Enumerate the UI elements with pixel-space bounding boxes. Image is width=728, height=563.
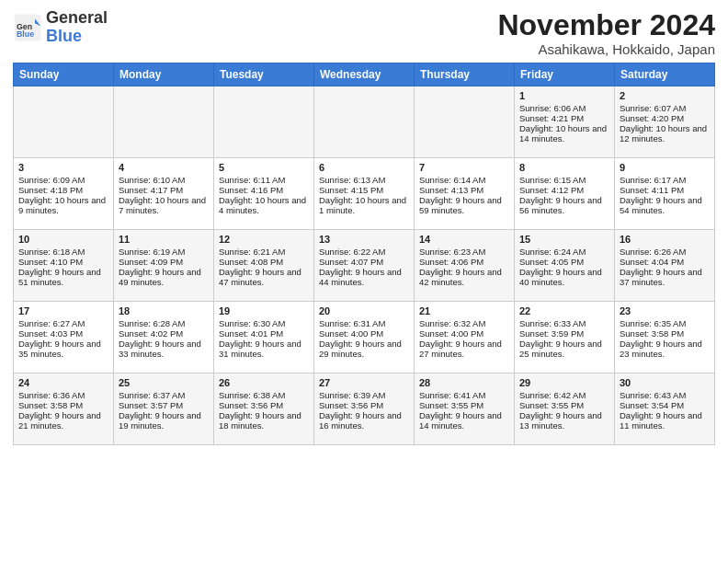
day-number: 23 — [620, 305, 710, 316]
daylight-text: Daylight: 9 hours and 14 minutes. — [419, 410, 502, 431]
calendar-cell: 2Sunrise: 6:07 AMSunset: 4:20 PMDaylight… — [615, 86, 715, 158]
calendar-cell: 14Sunrise: 6:23 AMSunset: 4:06 PMDayligh… — [415, 230, 515, 302]
daylight-text: Daylight: 9 hours and 19 minutes. — [119, 410, 201, 431]
calendar-cell: 3Sunrise: 6:09 AMSunset: 4:18 PMDaylight… — [14, 158, 114, 230]
calendar-cell: 30Sunrise: 6:43 AMSunset: 3:54 PMDayligh… — [615, 373, 715, 445]
day-number: 19 — [219, 305, 309, 316]
sunrise-text: Sunrise: 6:31 AM — [319, 318, 385, 328]
day-number: 10 — [18, 234, 108, 245]
daylight-text: Daylight: 9 hours and 47 minutes. — [219, 267, 301, 287]
day-number: 17 — [18, 305, 108, 316]
day-number: 3 — [18, 162, 108, 173]
day-number: 5 — [219, 162, 309, 173]
calendar-cell: 20Sunrise: 6:31 AMSunset: 4:00 PMDayligh… — [314, 302, 415, 373]
day-number: 4 — [119, 162, 209, 173]
sunrise-text: Sunrise: 6:09 AM — [18, 175, 85, 185]
sunset-text: Sunset: 3:56 PM — [219, 400, 283, 410]
logo: Gen Blue General Blue — [13, 9, 108, 46]
sunrise-text: Sunrise: 6:11 AM — [219, 175, 285, 185]
sunset-text: Sunset: 4:02 PM — [119, 328, 183, 339]
day-number: 7 — [419, 162, 509, 173]
sunrise-text: Sunrise: 6:17 AM — [620, 175, 686, 185]
daylight-text: Daylight: 9 hours and 18 minutes. — [219, 410, 301, 431]
daylight-text: Daylight: 9 hours and 40 minutes. — [519, 267, 602, 287]
calendar-cell: 8Sunrise: 6:15 AMSunset: 4:12 PMDaylight… — [515, 158, 615, 230]
location-title: Asahikawa, Hokkaido, Japan — [497, 41, 715, 57]
day-number: 21 — [419, 305, 509, 316]
logo-icon: Gen Blue — [13, 13, 42, 42]
daylight-text: Daylight: 10 hours and 14 minutes. — [519, 123, 607, 144]
calendar-cell: 12Sunrise: 6:21 AMSunset: 4:08 PMDayligh… — [214, 230, 314, 302]
daylight-text: Daylight: 9 hours and 21 minutes. — [18, 410, 101, 431]
calendar-cell: 4Sunrise: 6:10 AMSunset: 4:17 PMDaylight… — [114, 158, 214, 230]
daylight-text: Daylight: 10 hours and 4 minutes. — [219, 195, 306, 215]
day-number: 30 — [620, 377, 710, 388]
day-number: 8 — [519, 162, 609, 173]
daylight-text: Daylight: 9 hours and 44 minutes. — [319, 267, 402, 287]
sunrise-text: Sunrise: 6:39 AM — [319, 390, 385, 400]
day-number: 9 — [620, 162, 710, 173]
calendar-week-row-4: 17Sunrise: 6:27 AMSunset: 4:03 PMDayligh… — [14, 302, 715, 373]
sunset-text: Sunset: 3:55 PM — [519, 400, 584, 410]
sunrise-text: Sunrise: 6:32 AM — [419, 318, 485, 328]
calendar-table: Sunday Monday Tuesday Wednesday Thursday… — [13, 63, 715, 445]
sunset-text: Sunset: 3:58 PM — [620, 328, 684, 339]
title-block: November 2024 Asahikawa, Hokkaido, Japan — [497, 9, 715, 57]
calendar-cell: 22Sunrise: 6:33 AMSunset: 3:59 PMDayligh… — [515, 302, 615, 373]
calendar-cell — [314, 86, 415, 158]
day-number: 12 — [219, 234, 309, 245]
sunrise-text: Sunrise: 6:27 AM — [18, 318, 85, 328]
sunset-text: Sunset: 4:03 PM — [18, 328, 83, 339]
sunrise-text: Sunrise: 6:33 AM — [519, 318, 586, 328]
calendar-cell: 7Sunrise: 6:14 AMSunset: 4:13 PMDaylight… — [415, 158, 515, 230]
calendar-cell: 19Sunrise: 6:30 AMSunset: 4:01 PMDayligh… — [214, 302, 314, 373]
calendar-cell: 16Sunrise: 6:26 AMSunset: 4:04 PMDayligh… — [615, 230, 715, 302]
day-number: 26 — [219, 377, 309, 388]
calendar-week-row-2: 3Sunrise: 6:09 AMSunset: 4:18 PMDaylight… — [14, 158, 715, 230]
sunrise-text: Sunrise: 6:35 AM — [620, 318, 686, 328]
daylight-text: Daylight: 9 hours and 33 minutes. — [119, 339, 201, 359]
logo-blue: Blue — [46, 27, 82, 45]
calendar-cell: 27Sunrise: 6:39 AMSunset: 3:56 PMDayligh… — [314, 373, 415, 445]
sunrise-text: Sunrise: 6:36 AM — [18, 390, 85, 400]
daylight-text: Daylight: 9 hours and 56 minutes. — [519, 195, 602, 215]
daylight-text: Daylight: 9 hours and 29 minutes. — [319, 339, 402, 359]
calendar-cell: 13Sunrise: 6:22 AMSunset: 4:07 PMDayligh… — [314, 230, 415, 302]
calendar-cell: 24Sunrise: 6:36 AMSunset: 3:58 PMDayligh… — [14, 373, 114, 445]
daylight-text: Daylight: 9 hours and 13 minutes. — [519, 410, 602, 431]
sunrise-text: Sunrise: 6:18 AM — [18, 247, 85, 257]
sunset-text: Sunset: 4:01 PM — [219, 328, 283, 339]
sunset-text: Sunset: 4:11 PM — [620, 185, 684, 195]
col-monday: Monday — [114, 63, 214, 86]
calendar-cell: 6Sunrise: 6:13 AMSunset: 4:15 PMDaylight… — [314, 158, 415, 230]
sunset-text: Sunset: 3:54 PM — [620, 400, 684, 410]
sunset-text: Sunset: 4:05 PM — [519, 257, 584, 267]
col-saturday: Saturday — [615, 63, 715, 86]
sunset-text: Sunset: 3:55 PM — [419, 400, 483, 410]
sunset-text: Sunset: 4:16 PM — [219, 185, 283, 195]
sunset-text: Sunset: 3:59 PM — [519, 328, 584, 339]
daylight-text: Daylight: 10 hours and 9 minutes. — [18, 195, 106, 215]
col-thursday: Thursday — [415, 63, 515, 86]
logo-text: General Blue — [46, 9, 108, 46]
day-number: 29 — [519, 377, 609, 388]
sunset-text: Sunset: 4:10 PM — [18, 257, 83, 267]
sunset-text: Sunset: 4:06 PM — [419, 257, 483, 267]
day-number: 20 — [319, 305, 409, 316]
calendar-cell — [214, 86, 314, 158]
calendar-cell: 17Sunrise: 6:27 AMSunset: 4:03 PMDayligh… — [14, 302, 114, 373]
col-friday: Friday — [515, 63, 615, 86]
daylight-text: Daylight: 10 hours and 7 minutes. — [119, 195, 206, 215]
daylight-text: Daylight: 9 hours and 11 minutes. — [620, 410, 702, 431]
sunset-text: Sunset: 4:08 PM — [219, 257, 283, 267]
col-tuesday: Tuesday — [214, 63, 314, 86]
daylight-text: Daylight: 9 hours and 49 minutes. — [119, 267, 201, 287]
daylight-text: Daylight: 9 hours and 37 minutes. — [620, 267, 702, 287]
calendar-cell: 21Sunrise: 6:32 AMSunset: 4:00 PMDayligh… — [415, 302, 515, 373]
day-number: 13 — [319, 234, 409, 245]
daylight-text: Daylight: 9 hours and 27 minutes. — [419, 339, 502, 359]
daylight-text: Daylight: 9 hours and 23 minutes. — [620, 339, 702, 359]
sunrise-text: Sunrise: 6:28 AM — [119, 318, 185, 328]
sunset-text: Sunset: 4:07 PM — [319, 257, 383, 267]
calendar-cell: 29Sunrise: 6:42 AMSunset: 3:55 PMDayligh… — [515, 373, 615, 445]
